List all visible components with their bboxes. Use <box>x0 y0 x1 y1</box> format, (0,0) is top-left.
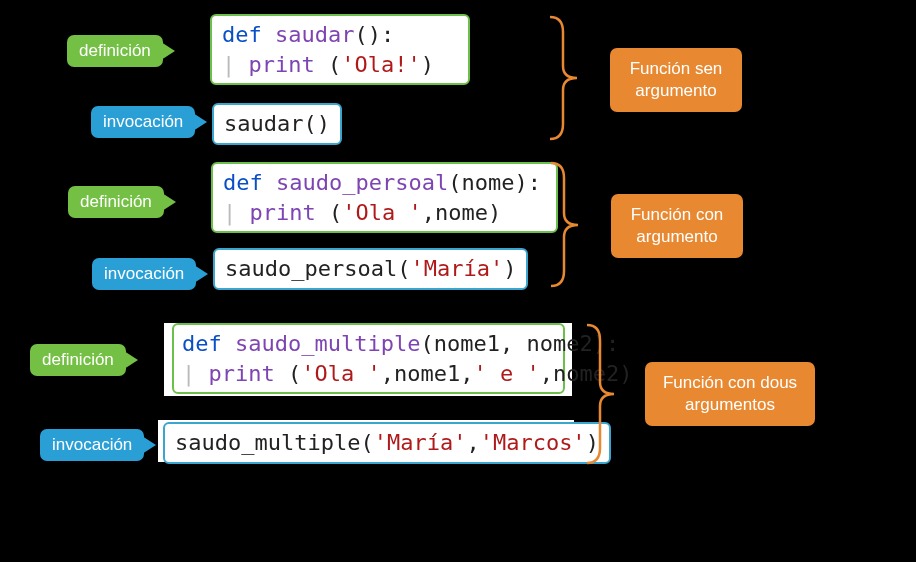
chevron-right-icon <box>194 265 208 283</box>
label-text: invocación <box>103 112 183 132</box>
description-text: Función conargumento <box>631 205 724 246</box>
code-invocation-3: saudo_multiple('María','Marcos') <box>163 422 611 464</box>
chevron-right-icon <box>193 113 207 131</box>
code-invocation-1: saudar() <box>212 103 342 145</box>
label-text: definición <box>42 350 114 370</box>
chevron-right-icon <box>162 193 176 211</box>
chevron-right-icon <box>124 351 138 369</box>
code-definition-2: def saudo_persoal(nome): | print ('Ola '… <box>211 162 558 233</box>
description-text: Función con dousargumentos <box>663 373 797 414</box>
code-definition-3: def saudo_multiple(nome1, nome2): | prin… <box>172 323 565 394</box>
label-text: definición <box>80 192 152 212</box>
brace-icon <box>582 322 632 466</box>
label-definition-3: definición <box>30 344 126 376</box>
brace-icon <box>545 14 595 142</box>
label-text: invocación <box>52 435 132 455</box>
code-definition-1: def saudar(): | print ('Ola!') <box>210 14 470 85</box>
label-text: invocación <box>104 264 184 284</box>
label-invocation-1: invocación <box>91 106 195 138</box>
description-box-1: Función senargumento <box>610 48 742 112</box>
description-box-2: Función conargumento <box>611 194 743 258</box>
chevron-right-icon <box>142 436 156 454</box>
brace-icon <box>546 160 596 290</box>
chevron-right-icon <box>161 42 175 60</box>
description-text: Función senargumento <box>630 59 723 100</box>
label-text: definición <box>79 41 151 61</box>
code-invocation-2: saudo_persoal('María') <box>213 248 528 290</box>
label-invocation-3: invocación <box>40 429 144 461</box>
label-definition-1: definición <box>67 35 163 67</box>
label-invocation-2: invocación <box>92 258 196 290</box>
description-box-3: Función con dousargumentos <box>645 362 815 426</box>
label-definition-2: definición <box>68 186 164 218</box>
